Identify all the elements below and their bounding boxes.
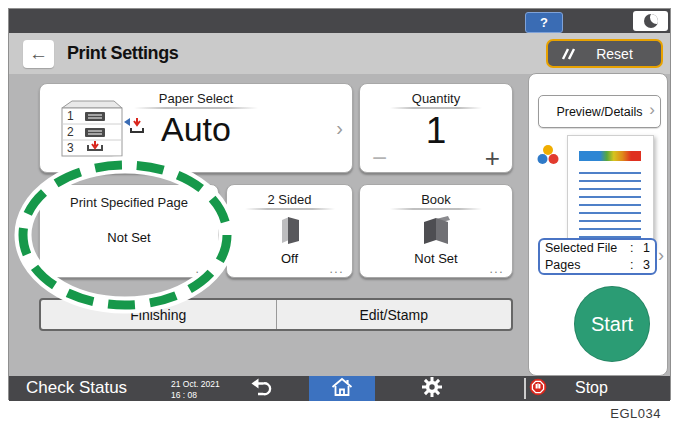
quantity-plus-button[interactable]: +: [485, 145, 500, 171]
home-icon: [330, 376, 354, 402]
reset-icon: [561, 48, 576, 60]
title-divider: [245, 208, 335, 210]
pages-row: Pages : 3: [545, 257, 650, 273]
reset-label: Reset: [576, 46, 661, 62]
preview-color-bar: [579, 151, 641, 161]
header-bar: ← Print Settings Reset: [9, 33, 670, 74]
date-text: 21 Oct. 2021: [171, 379, 220, 390]
page-title: Print Settings: [67, 43, 178, 64]
print-specified-page-card[interactable]: Print Specified Page Not Set ...: [39, 184, 219, 278]
print-specified-page-title: Print Specified Page: [40, 195, 218, 210]
figure-reference-label: EGL034: [610, 406, 661, 421]
document-preview-thumbnail: [567, 135, 654, 249]
more-options-dots: ...: [489, 262, 504, 276]
title-divider: [134, 107, 259, 109]
energy-saver-button[interactable]: [633, 11, 668, 31]
preview-details-button[interactable]: Preview/Details ›: [538, 95, 661, 128]
selected-file-value: 1: [636, 240, 650, 256]
stop-icon: [529, 378, 547, 400]
help-icon: ?: [540, 15, 548, 30]
paper-select-value: Auto: [40, 110, 352, 149]
preview-line: [579, 188, 641, 190]
two-sided-card[interactable]: 2 Sided Off ...: [226, 184, 353, 278]
gear-icon: [421, 376, 443, 402]
secondary-actions-bar: Finishing Edit/Stamp: [39, 298, 513, 331]
selected-file-label: Selected File: [545, 240, 630, 256]
help-button[interactable]: ?: [525, 12, 563, 33]
right-panel: Preview/Details ›: [528, 73, 668, 376]
home-button[interactable]: [309, 376, 375, 401]
pages-value: 3: [636, 257, 650, 273]
preview-line: [579, 220, 641, 222]
back-button[interactable]: ←: [23, 40, 54, 68]
two-sided-title: 2 Sided: [227, 192, 352, 207]
preview-line: [579, 196, 641, 198]
top-system-bar: ?: [9, 9, 670, 33]
quantity-minus-button[interactable]: −: [372, 145, 387, 171]
preview-line: [579, 172, 641, 174]
book-card[interactable]: Book Not Set ...: [359, 184, 513, 278]
undo-icon: [249, 377, 273, 400]
color-mode-icon: [536, 144, 560, 170]
night-mode-icon: [644, 14, 658, 28]
screenshot-stage: ? ← Print Settings Reset Paper Select: [0, 0, 679, 431]
reset-button[interactable]: Reset: [546, 39, 663, 68]
stop-button[interactable]: Stop: [529, 379, 669, 399]
undo-button[interactable]: [247, 378, 275, 399]
chevron-right-icon: ›: [658, 246, 664, 264]
preview-line: [579, 212, 641, 214]
back-arrow-icon: ←: [29, 43, 48, 65]
pages-label: Pages: [545, 257, 630, 273]
title-divider: [390, 208, 481, 210]
preview-details-label: Preview/Details: [556, 105, 642, 119]
book-icon: [360, 215, 512, 245]
edit-stamp-button[interactable]: Edit/Stamp: [277, 300, 512, 329]
start-button[interactable]: Start: [574, 286, 650, 362]
bottom-system-bar: Check Status 21 Oct. 2021 16 : 08: [9, 376, 670, 401]
quantity-card: Quantity 1 − +: [359, 83, 513, 173]
preview-line: [579, 228, 641, 230]
two-sided-icon: [227, 215, 352, 245]
title-divider: [390, 107, 481, 109]
preview-line: [579, 180, 641, 182]
bottom-bar-divider: [524, 378, 526, 399]
preview-line: [579, 204, 641, 206]
more-options-dots: ...: [195, 262, 210, 276]
more-options-dots: ...: [329, 262, 344, 276]
finishing-button[interactable]: Finishing: [41, 300, 276, 329]
check-status-button[interactable]: Check Status: [26, 378, 127, 398]
quantity-title: Quantity: [360, 91, 512, 106]
chevron-right-icon: ›: [336, 118, 343, 138]
time-text: 16 : 08: [171, 390, 220, 401]
selected-file-info-button[interactable]: Selected File : 1 Pages : 3: [538, 238, 657, 275]
datetime-display: 21 Oct. 2021 16 : 08: [171, 379, 220, 400]
stop-label: Stop: [575, 379, 608, 397]
chevron-right-icon: ›: [649, 101, 655, 118]
printer-touchscreen: ? ← Print Settings Reset Paper Select: [8, 8, 671, 400]
print-specified-page-value: Not Set: [40, 230, 218, 245]
book-title: Book: [360, 192, 512, 207]
selected-file-row: Selected File : 1: [545, 240, 650, 256]
settings-button[interactable]: [411, 377, 453, 400]
paper-select-card[interactable]: Paper Select 1 2 3: [39, 83, 353, 173]
